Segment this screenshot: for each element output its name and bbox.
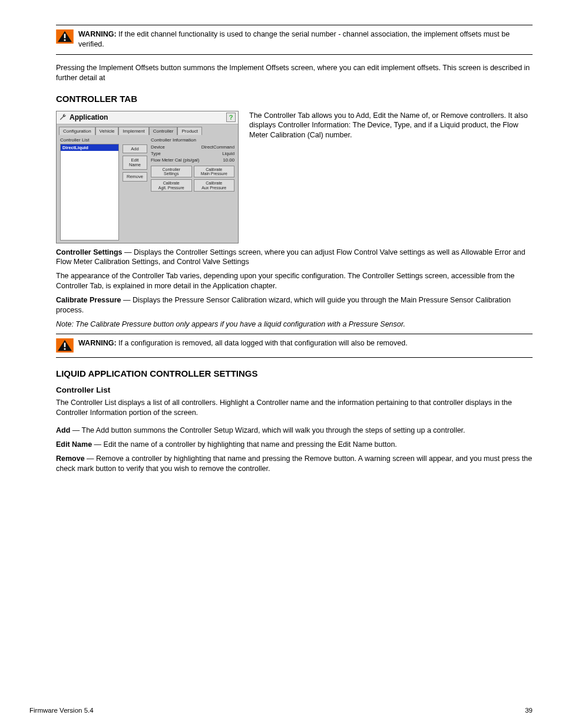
flow-value: 10.00 xyxy=(223,157,234,163)
controller-list[interactable]: DirectLiquid xyxy=(60,144,119,241)
svg-point-3 xyxy=(64,39,65,41)
heading-controller-tab: CONTROLLER TAB xyxy=(56,94,533,104)
term-controller-settings: Controller Settings — Displays the Contr… xyxy=(56,248,533,268)
term-controller-appearance: The appearance of the Controller Tab var… xyxy=(56,271,533,291)
footer-left: Firmware Version 5.4 xyxy=(29,707,94,714)
help-button[interactable]: ? xyxy=(226,113,236,122)
controller-list-label: Controller List xyxy=(60,137,119,143)
add-button[interactable]: Add xyxy=(123,144,147,154)
type-label: Type xyxy=(151,151,161,156)
controller-list-para: The Controller List displays a list of a… xyxy=(56,398,533,418)
list-item[interactable]: DirectLiquid xyxy=(61,144,118,151)
wrench-icon xyxy=(59,113,67,121)
svg-rect-6 xyxy=(64,342,66,347)
warning-row-2: WARNING: If a configuration is removed, … xyxy=(56,335,533,356)
term-remove: Remove — Remove a controller by highligh… xyxy=(56,454,533,474)
tab-implement[interactable]: Implement xyxy=(118,127,148,135)
calibrate-agit-pressure-button[interactable]: Calibrate Agit. Pressure xyxy=(151,179,192,192)
warning-text-2: WARNING: If a configuration is removed, … xyxy=(78,338,408,348)
implement-offsets-para: Pressing the Implement Offsets button su… xyxy=(56,63,533,83)
type-value: Liquid xyxy=(222,151,234,156)
svg-point-7 xyxy=(64,348,65,350)
tab-product[interactable]: Product xyxy=(177,127,202,135)
heading-controller-list: Controller List xyxy=(56,386,533,394)
app-title: Application xyxy=(70,113,108,121)
term-calibrate-pressure: Calibrate Pressure — Displays the Pressu… xyxy=(56,295,533,315)
calibrate-aux-pressure-button[interactable]: Calibrate Aux Pressure xyxy=(194,179,235,192)
edit-name-button[interactable]: Edit Name xyxy=(123,156,147,170)
tab-controller[interactable]: Controller xyxy=(149,127,178,135)
calibrate-main-pressure-button[interactable]: Calibrate Main Pressure xyxy=(194,166,235,178)
heading-liquid-settings: LIQUID APPLICATION CONTROLLER SETTINGS xyxy=(56,368,533,378)
controller-tab-description: The Controller Tab allows you to Add, Ed… xyxy=(249,111,533,141)
note-calibrate-pressure: Note: The Calibrate Pressure button only… xyxy=(56,319,533,330)
page-footer: Firmware Version 5.4 39 xyxy=(29,707,533,714)
tab-vehicle[interactable]: Vehicle xyxy=(95,127,119,135)
term-edit-name: Edit Name — Edit the name of a controlle… xyxy=(56,440,533,450)
application-screenshot: Application ? Configuration Vehicle Impl… xyxy=(56,111,239,243)
term-add: Add — The Add button summons the Control… xyxy=(56,426,533,436)
device-value: DirectCommand xyxy=(201,144,234,150)
controller-info-heading: Controller Information xyxy=(151,137,234,143)
app-titlebar: Application ? xyxy=(57,111,238,124)
device-label: Device xyxy=(151,144,165,150)
svg-rect-2 xyxy=(64,34,66,38)
controller-settings-button[interactable]: Controller Settings xyxy=(151,166,192,178)
warning-icon xyxy=(56,338,74,353)
flow-label: Flow Meter Cal (pls/gal) xyxy=(151,157,199,163)
warning-row-1: WARNING: If the edit channel functionali… xyxy=(56,27,533,53)
warning-icon xyxy=(56,29,74,44)
remove-button[interactable]: Remove xyxy=(123,172,147,182)
warning-text-1: WARNING: If the edit channel functionali… xyxy=(78,29,533,50)
tab-configuration[interactable]: Configuration xyxy=(59,127,95,135)
footer-page-number: 39 xyxy=(525,707,533,714)
app-tabs: Configuration Vehicle Implement Controll… xyxy=(57,124,238,135)
